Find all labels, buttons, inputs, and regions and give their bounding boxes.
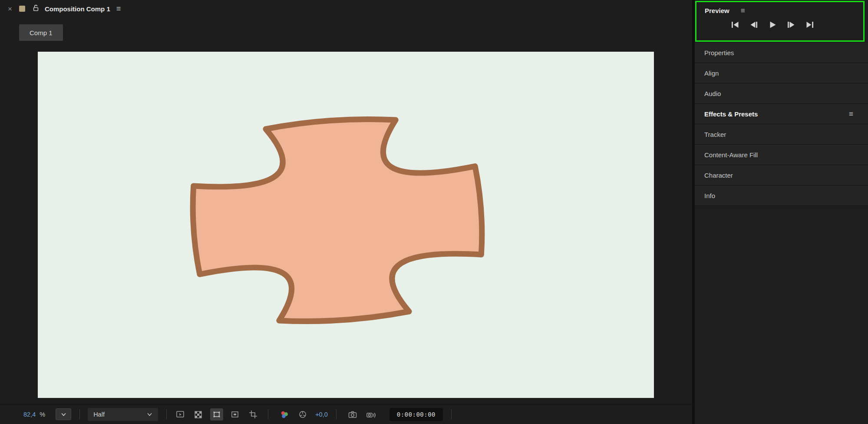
composition-canvas[interactable] — [38, 52, 654, 398]
tab-comp-1-label: Comp 1 — [30, 29, 53, 36]
panel-tab-swatch-icon — [19, 6, 25, 12]
exposure-value[interactable]: +0,0 — [315, 411, 328, 418]
toolbar-separator — [451, 409, 452, 419]
region-of-interest-button[interactable] — [228, 408, 241, 421]
panel-tab-label: Audio — [704, 90, 721, 97]
region-of-interest-icon — [230, 410, 240, 419]
timecode-value: 0:00:00:00 — [397, 411, 436, 418]
exposure-reset-button[interactable] — [296, 408, 309, 421]
grid-guide-options-icon — [175, 410, 185, 419]
toolbar-separator — [166, 409, 167, 419]
resolution-dropdown[interactable]: Half — [88, 408, 158, 421]
transparency-grid-icon — [194, 410, 203, 419]
play-icon — [767, 20, 778, 30]
panel-tab-audio[interactable]: Audio — [695, 83, 868, 104]
composition-panel-menu-icon[interactable]: ≡ — [116, 5, 121, 13]
after-effects-workspace: × Composition Comp 1 ≡ Comp 1 — [0, 0, 868, 424]
effects-presets-menu-icon[interactable]: ≡ — [849, 110, 853, 118]
panel-tab-stack: Properties Align Audio Effects & Presets… — [695, 43, 868, 206]
preview-panel-highlighted: Preview ≡ — [695, 1, 865, 42]
panel-tab-label: Content-Aware Fill — [704, 151, 758, 159]
panel-tab-properties[interactable]: Properties — [695, 43, 868, 63]
unlock-icon[interactable] — [33, 4, 39, 13]
next-frame-button[interactable] — [785, 19, 797, 30]
viewer-toolbar: 82,4 % Half — [0, 404, 692, 424]
next-frame-icon — [786, 20, 796, 30]
first-frame-button[interactable] — [729, 19, 741, 30]
panel-tab-tracker[interactable]: Tracker — [695, 124, 868, 145]
zoom-dropdown-button[interactable] — [56, 408, 71, 420]
panel-title: Composition Comp 1 — [45, 5, 110, 13]
toolbar-separator — [336, 409, 337, 419]
panel-tab-info[interactable]: Info — [695, 186, 868, 206]
crop-marks-icon — [248, 410, 258, 419]
zoom-value[interactable]: 82,4 — [23, 411, 36, 418]
right-panel-column: Preview ≡ — [695, 0, 868, 424]
composition-panel-header: × Composition Comp 1 ≡ — [0, 0, 692, 17]
panel-tab-content-aware-fill[interactable]: Content-Aware Fill — [695, 145, 868, 165]
exposure-icon — [298, 410, 307, 419]
panel-tab-align[interactable]: Align — [695, 63, 868, 83]
resolution-value: Half — [93, 411, 105, 418]
previous-frame-button[interactable] — [748, 19, 759, 30]
tab-comp-1[interactable]: Comp 1 — [19, 24, 63, 41]
transparency-grid-button[interactable] — [192, 408, 205, 421]
first-frame-icon — [730, 20, 740, 30]
panel-tab-label: Info — [704, 192, 715, 199]
proportional-grid-button[interactable] — [247, 408, 260, 421]
timecode-display[interactable]: 0:00:00:00 — [389, 408, 443, 421]
preview-panel-header: Preview ≡ — [696, 2, 863, 14]
canvas-svg — [38, 52, 654, 398]
mask-path-visibility-button[interactable] — [210, 408, 223, 421]
panel-tab-effects-presets[interactable]: Effects & Presets ≡ — [695, 104, 868, 124]
chevron-down-icon — [147, 412, 152, 417]
zoom-unit: % — [40, 411, 45, 418]
close-panel-icon[interactable]: × — [8, 5, 12, 13]
preview-transport-controls — [729, 19, 863, 30]
previous-frame-icon — [749, 20, 759, 30]
composition-viewer-panel: × Composition Comp 1 ≡ Comp 1 — [0, 0, 692, 424]
panel-tab-label: Properties — [704, 49, 734, 56]
panel-tab-character[interactable]: Character — [695, 165, 868, 186]
toolbar-separator — [79, 409, 80, 419]
toolbar-separator — [268, 409, 268, 419]
camera-snapshot-icon — [348, 410, 357, 419]
take-snapshot-button[interactable] — [346, 408, 359, 421]
last-frame-icon — [805, 20, 815, 30]
last-frame-button[interactable] — [804, 19, 815, 30]
panel-tab-label: Effects & Presets — [704, 110, 758, 118]
panel-tab-label: Align — [704, 70, 719, 77]
panel-tab-label: Character — [704, 172, 733, 179]
show-snapshot-button[interactable] — [364, 408, 377, 421]
show-snapshot-icon — [366, 410, 376, 419]
mask-path-visibility-icon — [212, 410, 221, 419]
preview-panel-menu-icon[interactable]: ≡ — [741, 7, 745, 14]
rgb-channels-icon — [280, 410, 289, 419]
chevron-down-icon — [61, 412, 66, 417]
play-button[interactable] — [767, 19, 778, 30]
channels-button[interactable] — [278, 408, 291, 421]
panel-tab-label: Tracker — [704, 131, 726, 138]
grid-guide-options-button[interactable] — [174, 408, 187, 421]
preview-title: Preview — [705, 7, 729, 14]
